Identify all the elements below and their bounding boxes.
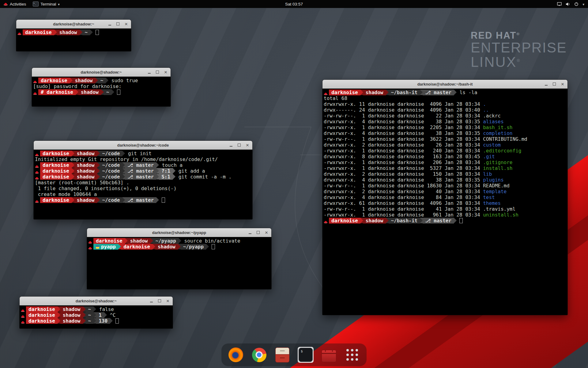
powerline-arrow: [420, 218, 423, 223]
minimize-button[interactable]: [544, 82, 548, 86]
minimize-button[interactable]: [147, 70, 151, 75]
powerline-arrow: [101, 89, 104, 95]
maximize-button[interactable]: [552, 82, 556, 86]
terminal-text: drwxrwxr-x. 4 darknoise darknoise 84 Jan…: [324, 194, 483, 200]
terminal-text: -rwxrwxr-x. 1 darknoise darknoise 2205 J…: [324, 125, 483, 130]
terminal-line: darknoiseshadow~: [17, 29, 130, 35]
terminal-text: -rw-rw-r--. 1 darknoise darknoise 41 Jan…: [324, 206, 483, 212]
window-titlebar[interactable]: darknoise@shadow:~: [16, 20, 131, 29]
window-titlebar[interactable]: darknoise@shadow:~/bash-it: [322, 80, 567, 89]
maximize-button[interactable]: [155, 70, 160, 75]
code-segment: 1: [96, 312, 104, 318]
close-button[interactable]: [560, 82, 565, 86]
minimize-button[interactable]: [229, 143, 233, 148]
close-button[interactable]: [264, 230, 269, 235]
app-menu-terminal[interactable]: Terminal: [29, 0, 63, 8]
powerline-arrow: [122, 162, 125, 168]
path-segment: ~/bash-it: [389, 90, 420, 95]
dock-item-chrome[interactable]: [251, 347, 267, 363]
terminal-text: custom: [483, 142, 501, 148]
window-title: darknoise@shadow:~/bash-it: [417, 82, 473, 86]
powerline-arrow: [97, 197, 100, 203]
terminal-text: touch a: [159, 162, 183, 168]
window-titlebar[interactable]: darknoise@shadow:~: [20, 297, 173, 305]
minimize-button[interactable]: [107, 22, 112, 26]
activities-button[interactable]: Activities: [0, 0, 29, 8]
terminal-text: -rwxrwxr-x. 1 darknoise darknoise 5327 J…: [324, 165, 483, 171]
terminal-line: create mode 100644 a: [35, 191, 251, 197]
clock[interactable]: Sat 03:57: [285, 2, 303, 6]
power-icon[interactable]: [574, 2, 579, 6]
redhat-prompt-icon: [35, 168, 40, 174]
terminal-text: [master (root-commit) 50bcb63] .: [35, 180, 129, 186]
user-segment: darknoise: [40, 174, 72, 180]
close-button[interactable]: [166, 299, 170, 303]
terminal-line: darknoiseshadow~/code⎇ master?:1 git add…: [35, 168, 251, 174]
redhat-prompt-icon: [17, 29, 23, 35]
terminal-text: ^C: [107, 312, 116, 318]
terminal-text: plugins: [483, 177, 503, 183]
host-segment: shadow: [363, 90, 386, 95]
screen-share-icon[interactable]: [557, 2, 562, 6]
dock-item-terminal[interactable]: [297, 347, 314, 363]
minimize-button[interactable]: [248, 230, 252, 235]
path-segment: ~: [86, 318, 94, 324]
powerline-arrow: [72, 151, 74, 156]
git-segment: ⎇ master: [125, 174, 156, 180]
terminal-body[interactable]: darknoiseshadow~/code git initInitialize…: [34, 150, 252, 204]
user-segment: darknoise: [329, 90, 360, 95]
terminal-body[interactable]: darknoiseshadow~: [16, 29, 131, 36]
terminal-line: [master (root-commit) 50bcb63] .: [35, 180, 251, 186]
terminal-text: drwxrwxr-x. 4 darknoise darknoise 38 Jan…: [324, 119, 483, 125]
system-menu-chevron-icon[interactable]: [582, 2, 584, 6]
terminal-app-icon: [299, 348, 313, 362]
terminal-line: -rwxrwxr-x. 1 darknoise darknoise 240 Ja…: [324, 148, 566, 154]
terminal-line: 1 file changed, 0 insertions(+), 0 delet…: [35, 186, 251, 191]
terminal-body[interactable]: darknoiseshadow~/pyapp source bin/activa…: [87, 237, 271, 251]
path-segment: ~: [104, 89, 112, 95]
terminal-line: darknoiseshadow~/code⎇ masterS:1 git com…: [35, 174, 251, 180]
window-titlebar[interactable]: darknoise@shadow:~/pyapp: [87, 228, 271, 237]
terminal-line: -rw-rw-r--. 1 darknoise darknoise 18630 …: [324, 183, 566, 189]
powerline-arrow: [80, 29, 82, 35]
redhat-prompt-icon: [33, 89, 38, 95]
terminal-text: .travis.yml: [483, 206, 515, 212]
git-branch-icon: ⎇: [127, 197, 136, 203]
terminal-body[interactable]: darknoiseshadow~ sudo true[sudo] passwor…: [32, 77, 171, 96]
maximize-button[interactable]: [157, 299, 162, 303]
powerline-arrow: [156, 168, 159, 174]
terminal-text: drwxrwxr-x. 2 darknoise darknoise 150 Ja…: [324, 171, 483, 177]
window-titlebar[interactable]: darknoise@shadow:~: [32, 68, 171, 77]
volume-icon[interactable]: [566, 2, 570, 6]
minimize-button[interactable]: [149, 299, 153, 303]
terminal-text: -rw-rw-r--. 1 darknoise darknoise 22 Jan…: [324, 113, 483, 119]
maximize-button[interactable]: [116, 22, 120, 26]
app-grid-icon: [346, 349, 358, 361]
terminal-text: .editorconfig: [483, 148, 521, 154]
window-titlebar[interactable]: darknoise@shadow:~/code: [34, 141, 252, 150]
terminal-body[interactable]: darknoiseshadow~/bash-it⎇ master ls -lat…: [322, 89, 567, 224]
terminal-line: drwxrwxr-x. 2 darknoise darknoise 26 Jan…: [324, 142, 566, 148]
powerline-arrow: [93, 312, 96, 318]
powerline-arrow: [83, 318, 86, 324]
terminal-cursor: [115, 318, 119, 324]
close-button[interactable]: [124, 22, 128, 26]
terminal-text: drwxrwxr-x. 8 darknoise darknoise 163 Ja…: [324, 154, 483, 159]
terminal-body[interactable]: darknoiseshadow~ falsedarknoiseshadow~1 …: [20, 305, 173, 325]
dock-item-firefox[interactable]: [228, 347, 244, 363]
powerline-arrow: [72, 197, 74, 203]
terminal-line: -rwxrwxr-x. 1 darknoise darknoise 206 Ja…: [324, 159, 566, 165]
terminal-text: .git: [483, 154, 495, 159]
maximize-button[interactable]: [256, 230, 260, 235]
maximize-button[interactable]: [237, 143, 241, 148]
path-segment: ~/code: [100, 162, 123, 168]
powerline-arrow: [420, 90, 423, 95]
close-button[interactable]: [164, 70, 168, 75]
dock-item-toolbox[interactable]: [321, 347, 337, 363]
dock-item-files[interactable]: [274, 347, 291, 363]
close-button[interactable]: [245, 143, 250, 148]
git-segment: ⎇ master: [125, 168, 156, 174]
dock-item-show-applications[interactable]: [344, 347, 360, 363]
window-title: darknoise@shadow:~/code: [117, 143, 169, 148]
terminal-text: .gitignore: [483, 159, 512, 165]
